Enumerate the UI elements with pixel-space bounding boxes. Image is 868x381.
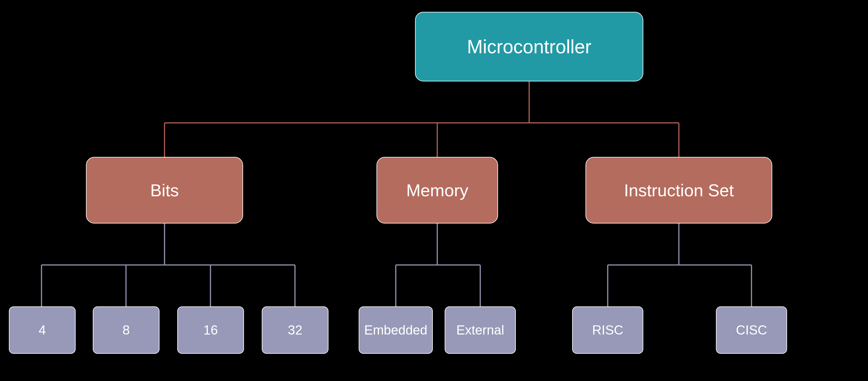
category-memory: Memory [376,157,498,223]
leaf-memory-external: External [445,306,516,354]
leaf-memory-external-label: External [456,323,504,338]
leaf-isa-risc-label: RISC [592,323,623,338]
category-memory-label: Memory [406,180,468,200]
leaf-bits-4-label: 4 [38,323,45,338]
leaf-bits-32-label: 32 [288,323,302,338]
category-bits: Bits [86,157,243,223]
category-instruction-set: Instruction Set [586,157,772,223]
leaf-memory-embedded-label: Embedded [364,323,428,338]
leaf-isa-cisc-label: CISC [736,323,767,338]
category-bits-label: Bits [150,180,179,200]
leaf-bits-32: 32 [262,306,329,354]
category-instruction-set-label: Instruction Set [624,180,734,200]
leaf-isa-risc: RISC [572,306,643,354]
leaf-isa-cisc: CISC [716,306,787,354]
leaf-bits-8-label: 8 [122,323,129,338]
leaf-memory-embedded: Embedded [359,306,433,354]
leaf-bits-4: 4 [9,306,75,354]
root-node: Microcontroller [415,12,643,81]
root-label: Microcontroller [467,36,591,58]
leaf-bits-16: 16 [177,306,244,354]
leaf-bits-8: 8 [93,306,159,354]
leaf-bits-16-label: 16 [204,323,218,338]
